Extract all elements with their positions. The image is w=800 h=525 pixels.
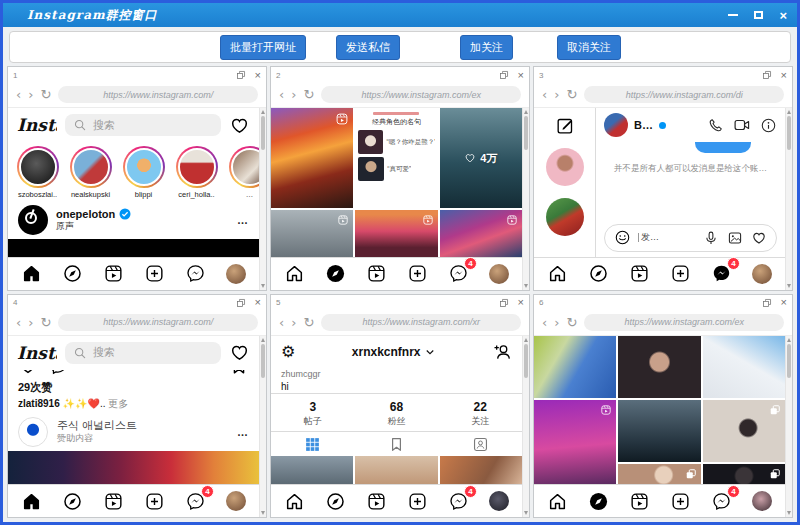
address-bar[interactable]: https://www.instagram.com/ [58,86,258,103]
explore-tile[interactable] [534,336,616,398]
emoji-icon[interactable] [614,229,631,246]
batch-open-sites-button[interactable]: 批量打开网址 [220,35,306,60]
explore-tile[interactable] [440,210,522,257]
forward-icon[interactable]: › [28,316,33,329]
maximize-icon[interactable] [754,11,763,19]
explore-tile[interactable] [534,400,616,485]
contact-avatar[interactable] [604,113,628,137]
reels-icon[interactable] [366,263,387,284]
story-item[interactable]: szoboszlai.. [15,146,60,199]
close-icon[interactable]: × [779,9,787,22]
profile-post-tile[interactable] [271,456,353,484]
new-post-icon[interactable] [144,491,165,512]
refresh-icon[interactable]: ↻ [566,88,577,101]
tab-saved[interactable] [355,436,439,453]
home-icon[interactable] [21,491,42,512]
profile-avatar[interactable] [489,491,509,511]
back-icon[interactable]: ‹ [16,316,21,329]
audio-call-icon[interactable] [707,117,724,134]
explore-icon[interactable] [62,263,83,284]
reels-icon[interactable] [629,263,650,284]
close-panel-icon[interactable]: × [781,70,787,81]
chevron-down-icon[interactable] [424,346,436,358]
reels-icon[interactable] [103,263,124,284]
story-item[interactable]: blippi [121,146,166,199]
stat-posts[interactable]: 3 帖子 [271,399,355,427]
profile-avatar[interactable] [489,264,509,284]
back-icon[interactable]: ‹ [542,316,547,329]
refresh-icon[interactable]: ↻ [40,88,51,101]
back-icon[interactable]: ‹ [16,88,21,101]
explore-tile[interactable] [703,464,785,485]
address-bar[interactable]: https://www.instagram.com/ex [321,86,521,103]
send-dm-button[interactable]: 发送私信 [336,35,400,60]
thread-avatar[interactable] [546,198,584,236]
comment-icon[interactable] [48,370,68,376]
scrollbar[interactable] [522,108,529,290]
address-bar[interactable]: https://www.instagram.com/di [584,86,784,103]
activity-heart-icon[interactable] [229,115,250,136]
explore-icon[interactable] [325,263,346,284]
forward-icon[interactable]: › [554,316,559,329]
new-post-icon[interactable] [407,263,428,284]
tab-tagged[interactable] [438,436,522,453]
back-icon[interactable]: ‹ [279,316,284,329]
new-post-icon[interactable] [670,491,691,512]
search-input[interactable]: 搜索 [65,342,221,364]
caption-more-link[interactable]: 更多 [105,398,128,409]
add-person-icon[interactable] [492,342,512,362]
restore-window-icon[interactable] [762,298,772,308]
reels-icon[interactable] [629,491,650,512]
post-username[interactable]: onepeloton [56,208,115,222]
compose-icon[interactable] [555,116,575,136]
thread-avatar[interactable] [546,148,584,186]
forward-icon[interactable]: › [291,88,296,101]
like-count[interactable]: 29次赞 [8,377,259,395]
sponsor-avatar[interactable] [18,417,48,447]
explore-tile[interactable] [703,400,785,462]
message-input[interactable]: 发… [604,224,777,252]
refresh-icon[interactable]: ↻ [566,316,577,329]
sponsored-media[interactable] [8,451,259,485]
stat-followers[interactable]: 68 粉丝 [355,399,439,427]
explore-tile[interactable] [703,336,785,398]
explore-icon[interactable] [588,263,609,284]
scrollbar[interactable] [259,108,266,290]
restore-window-icon[interactable] [499,298,509,308]
close-panel-icon[interactable]: × [781,297,787,308]
video-call-icon[interactable] [733,116,751,134]
new-post-icon[interactable] [670,263,691,284]
home-icon[interactable] [547,263,568,284]
sponsor-name[interactable]: 주식 애널리스트 [57,418,137,432]
explore-icon[interactable] [62,491,83,512]
home-icon[interactable] [284,263,305,284]
profile-username[interactable]: xrnxkcnfnrx [352,345,421,359]
contact-name[interactable]: B… [634,119,653,131]
home-icon[interactable] [547,491,568,512]
profile-avatar[interactable] [226,264,246,284]
like-heart-icon[interactable] [751,230,767,246]
restore-window-icon[interactable] [499,70,509,80]
search-input[interactable]: 搜索 [65,114,221,136]
explore-tile[interactable] [355,210,437,257]
close-panel-icon[interactable]: × [255,297,261,308]
scrollbar[interactable] [522,336,529,518]
save-icon[interactable] [229,370,249,376]
unfollow-button[interactable]: 取消关注 [557,35,621,60]
forward-icon[interactable]: › [291,316,296,329]
explore-tile[interactable]: 4万 [440,108,522,208]
restore-window-icon[interactable] [236,298,246,308]
add-photo-icon[interactable] [727,230,743,246]
caption-username[interactable]: zlati8916 [18,398,60,409]
restore-window-icon[interactable] [236,70,246,80]
close-panel-icon[interactable]: × [518,297,524,308]
info-icon[interactable] [760,117,777,134]
address-bar[interactable]: https://www.instagram.com/ [58,314,258,331]
back-icon[interactable]: ‹ [279,88,284,101]
address-bar[interactable]: https://www.instagram.com/xr [321,314,521,331]
explore-tile[interactable] [618,464,700,485]
like-icon[interactable] [18,370,38,376]
follow-button[interactable]: 加关注 [460,35,513,60]
reels-icon[interactable] [103,491,124,512]
story-item[interactable]: ceri_holla.. [174,146,219,199]
